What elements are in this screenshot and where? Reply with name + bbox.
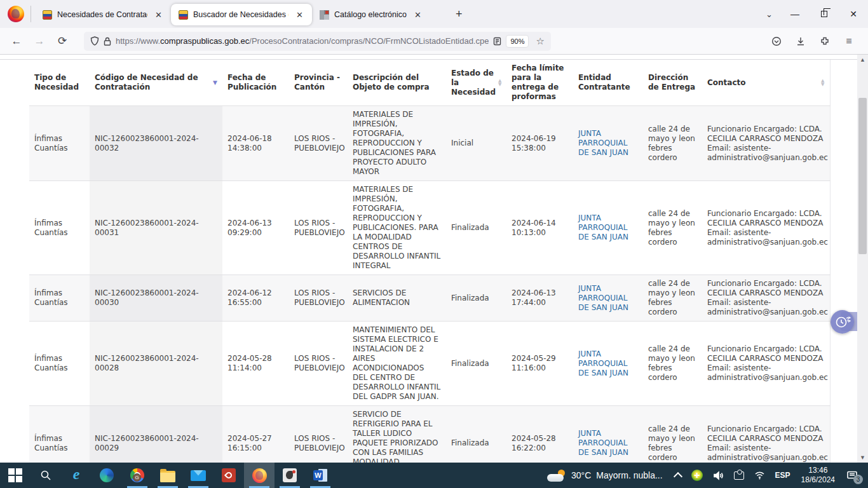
needs-table: Tipo de NecesidadCódigo de Necesidad de … xyxy=(29,60,831,463)
restore-icon xyxy=(821,11,827,17)
taskbar-clock[interactable]: 13:46 18/6/2024 xyxy=(796,466,840,485)
contracting-entity-link[interactable]: JUNTA PARROQUIAL DE SAN JUAN xyxy=(578,429,628,457)
column-header-tipo[interactable]: Tipo de Necesidad xyxy=(29,60,90,106)
tray-volume-icon[interactable] xyxy=(709,463,728,488)
internet-explorer-icon: e xyxy=(69,468,84,483)
taskbar-app-start[interactable] xyxy=(0,463,31,488)
tab-buscador[interactable]: Buscador de Necesidades de Co ✕ xyxy=(171,4,312,25)
cell-codigo: NIC-1260023860001-2024-00029 xyxy=(90,406,222,463)
pocket-icon[interactable] xyxy=(768,32,785,50)
column-header-direccion[interactable]: Dirección de Entrega xyxy=(643,60,702,106)
column-header-entidad[interactable]: Entidad Contratante xyxy=(573,60,643,106)
sort-desc-icon: ▼ xyxy=(213,78,217,88)
language-indicator[interactable]: ESP xyxy=(771,463,795,488)
cell-fecha_limite: 2024-06-13 17:44:00 xyxy=(506,275,573,322)
column-header-label: Descripción del Objeto de compra xyxy=(353,73,441,92)
column-header-contacto[interactable]: Contacto▲▼ xyxy=(702,60,830,106)
tab-catalogo[interactable]: Catálogo electrónico ✕ xyxy=(312,4,447,25)
notification-center-button[interactable]: 3 xyxy=(841,463,865,488)
bookmark-star-icon[interactable]: ☆ xyxy=(533,36,546,47)
taskbar: eGW 30°C Mayorm. nubla... ✚ ESP 13:46 18… xyxy=(0,463,868,488)
column-header-label: Dirección de Entrega xyxy=(648,73,697,92)
new-tab-button[interactable]: + xyxy=(449,6,469,22)
tray-antivirus-icon[interactable]: ✚ xyxy=(687,463,707,488)
table-row: Ínfimas CuantíasNIC-1260023860001-2024-0… xyxy=(29,406,830,463)
taskbar-app-internet-explorer[interactable]: e xyxy=(61,463,92,488)
column-header-descripcion[interactable]: Descripción del Objeto de compra xyxy=(348,60,446,106)
chrome-profile-badge: G xyxy=(133,473,141,482)
tab-close-icon[interactable]: ✕ xyxy=(153,9,165,21)
close-button[interactable]: ✕ xyxy=(839,0,868,28)
taskbar-app-search[interactable] xyxy=(31,463,61,488)
contracting-entity-link[interactable]: JUNTA PARROQUIAL DE SAN JUAN xyxy=(578,214,628,241)
taskbar-app-java-app[interactable] xyxy=(275,463,305,488)
taskbar-app-file-explorer[interactable] xyxy=(153,463,183,488)
tab-close-icon[interactable]: ✕ xyxy=(294,9,306,21)
scrollbar-thumb[interactable] xyxy=(858,98,867,254)
contracting-entity-link[interactable]: JUNTA PARROQUIAL DE SAN JUAN xyxy=(578,129,628,157)
chrome-icon: G xyxy=(130,468,145,483)
taskbar-app-chrome[interactable]: G xyxy=(122,463,153,488)
scroll-up-icon[interactable]: ▲ xyxy=(857,55,868,65)
forward-button[interactable]: → xyxy=(29,32,50,51)
tab-necesidades[interactable]: Necesidades de Contratación y ✕ xyxy=(35,4,171,25)
zoom-level-badge[interactable]: 90% xyxy=(506,35,529,48)
contracting-entity-link[interactable]: JUNTA PARROQUIAL DE SAN JUAN xyxy=(578,349,628,377)
reader-mode-icon[interactable] xyxy=(493,37,501,46)
minimize-button[interactable]: — xyxy=(780,0,810,28)
vertical-scrollbar[interactable]: ▲ ▼ xyxy=(857,55,868,463)
ecuador-favicon-icon xyxy=(43,10,52,20)
taskbar-app-firefox[interactable] xyxy=(244,463,275,488)
cell-provincia: LOS RIOS - PUEBLOVIEJO xyxy=(289,406,348,463)
tray-expand-button[interactable] xyxy=(670,463,686,488)
url-bar[interactable]: https://www.compraspublicas.gob.ec/Proce… xyxy=(84,32,551,51)
column-header-fecha_limite[interactable]: Fecha límite para la entrega de proforma… xyxy=(506,60,573,106)
cell-descripcion: MATERIALES DE IMPRESIÓN, FOTOGRAFIA, REP… xyxy=(348,181,446,275)
taskbar-app-acrobat[interactable] xyxy=(214,463,244,488)
tray-wifi-icon[interactable] xyxy=(750,463,770,488)
taskbar-app-mail[interactable] xyxy=(183,463,214,488)
cell-descripcion: MATERIALES DE IMPRESIÓN, FOTOGRAFIA, REP… xyxy=(348,106,446,181)
weather-temperature: 30°C xyxy=(571,470,591,480)
cell-codigo: NIC-1260023860001-2024-00031 xyxy=(90,181,222,275)
taskbar-app-edge[interactable] xyxy=(92,463,122,488)
downloads-icon[interactable] xyxy=(792,32,810,50)
winged-clock-icon[interactable] xyxy=(831,310,854,334)
timer-overlay-widget[interactable] xyxy=(831,310,857,333)
cell-tipo: Ínfimas Cuantías xyxy=(29,106,90,181)
search-icon xyxy=(38,468,53,483)
column-header-provincia[interactable]: Provincia - Cantón xyxy=(289,60,348,106)
ecuador-favicon-icon xyxy=(179,10,188,20)
cell-fecha_publicacion: 2024-05-28 11:14:00 xyxy=(222,322,289,406)
weather-cloud-icon xyxy=(547,470,566,482)
cell-entidad: JUNTA PARROQUIAL DE SAN JUAN xyxy=(573,181,643,275)
column-header-fecha_publicacion[interactable]: Fecha de Publicación xyxy=(222,60,289,106)
cell-codigo: NIC-1260023860001-2024-00032 xyxy=(90,106,222,181)
column-header-estado[interactable]: Estado de la Necesidad▲▼ xyxy=(446,60,506,106)
browser-window: Necesidades de Contratación y ✕ Buscador… xyxy=(0,0,868,488)
tab-close-icon[interactable]: ✕ xyxy=(412,9,424,21)
cell-tipo: Ínfimas Cuantías xyxy=(29,275,90,322)
cell-estado: Finalizada xyxy=(446,406,506,463)
contracting-entity-link[interactable]: JUNTA PARROQUIAL DE SAN JUAN xyxy=(578,284,628,312)
weather-widget[interactable]: 30°C Mayorm. nubla... xyxy=(541,470,669,482)
column-header-codigo[interactable]: Código de Necesidad de Contratación▼ xyxy=(90,60,222,106)
cell-direccion: calle 24 de mayo y leon febres cordero xyxy=(643,106,702,181)
tracking-shield-icon[interactable] xyxy=(90,36,99,46)
menu-hamburger-icon[interactable]: ≡ xyxy=(840,32,858,50)
tray-device-icon[interactable] xyxy=(729,463,749,488)
extensions-icon[interactable] xyxy=(816,32,834,50)
restore-button[interactable] xyxy=(810,0,839,28)
cell-contacto: Funcionario Encargado: LCDA. CECILIA CAR… xyxy=(702,181,830,275)
lock-icon[interactable] xyxy=(104,37,111,46)
scroll-down-icon[interactable]: ▼ xyxy=(857,452,868,463)
back-button[interactable]: ← xyxy=(6,32,27,51)
cell-provincia: LOS RIOS - PUEBLOVIEJO xyxy=(289,275,348,322)
tab-list-dropdown-icon[interactable]: ⌄ xyxy=(758,7,780,22)
cell-contacto: Funcionario Encargado: LCDA. CECILIA CAR… xyxy=(702,322,830,406)
taskbar-app-word[interactable]: W xyxy=(305,463,336,488)
cell-direccion: calle 24 de mayo y leon febres cordero xyxy=(643,181,702,275)
header-row: Tipo de NecesidadCódigo de Necesidad de … xyxy=(29,60,830,106)
reload-button[interactable]: ⟳ xyxy=(52,32,72,51)
cell-contacto: Funcionario Encargado: LCDA. CECILIA CAR… xyxy=(702,275,830,322)
